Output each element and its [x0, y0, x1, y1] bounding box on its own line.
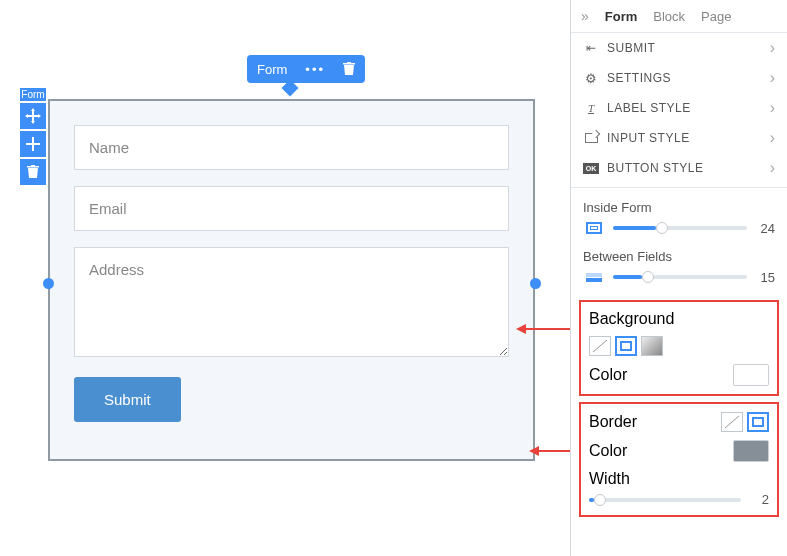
border-type-swatches	[721, 412, 769, 432]
resize-handle-right[interactable]	[530, 278, 541, 289]
tab-page[interactable]: Page	[701, 9, 731, 24]
chevron-right-icon: ›	[770, 129, 775, 147]
menu-submit[interactable]: SUBMIT ›	[571, 33, 787, 63]
callout-arrow-border	[529, 444, 576, 458]
chevron-right-icon: ›	[770, 39, 775, 57]
background-type-swatches	[589, 336, 663, 356]
bg-solid-swatch[interactable]	[615, 336, 637, 356]
border-width-slider[interactable]	[589, 498, 741, 502]
bg-gradient-swatch[interactable]	[641, 336, 663, 356]
between-fields-slider[interactable]	[613, 275, 747, 279]
bg-none-swatch[interactable]	[589, 336, 611, 356]
resize-handle-left[interactable]	[43, 278, 54, 289]
inside-form-slider[interactable]	[613, 226, 747, 230]
address-textarea[interactable]	[74, 247, 509, 357]
background-color-label: Color	[589, 366, 627, 384]
label-style-icon	[583, 102, 599, 114]
submit-icon	[583, 41, 599, 55]
separator	[571, 187, 787, 188]
border-width-label: Width	[589, 470, 630, 488]
name-input[interactable]	[74, 125, 509, 170]
chevron-right-icon: ›	[770, 99, 775, 117]
form-element[interactable]: Submit	[48, 99, 535, 461]
side-toolbar: Form	[20, 88, 46, 185]
add-icon[interactable]	[20, 131, 46, 157]
element-pill: Form •••	[247, 55, 365, 83]
pill-label: Form	[247, 62, 297, 77]
border-group: Border Color Width 2	[579, 402, 779, 517]
between-fields-value: 15	[755, 270, 775, 285]
border-solid-swatch[interactable]	[747, 412, 769, 432]
background-color-picker[interactable]	[733, 364, 769, 386]
between-fields-control: Between Fields 15	[571, 245, 787, 294]
inside-form-control: Inside Form 24	[571, 196, 787, 245]
border-none-swatch[interactable]	[721, 412, 743, 432]
panel-tabs: » Form Block Page	[571, 0, 787, 33]
inside-form-icon	[583, 219, 605, 237]
properties-panel: » Form Block Page SUBMIT › SETTINGS › LA…	[570, 0, 787, 556]
submit-button[interactable]: Submit	[74, 377, 181, 422]
tab-form[interactable]: Form	[605, 9, 638, 24]
menu-settings[interactable]: SETTINGS ›	[571, 63, 787, 93]
tab-block[interactable]: Block	[653, 9, 685, 24]
menu-button-style[interactable]: OK BUTTON STYLE ›	[571, 153, 787, 183]
input-style-icon	[583, 133, 599, 143]
background-title: Background	[589, 310, 674, 328]
chevron-right-icon: ›	[770, 69, 775, 87]
between-fields-label: Between Fields	[583, 249, 775, 264]
chevron-right-icon: ›	[770, 159, 775, 177]
gear-icon	[583, 71, 599, 86]
pill-delete-icon[interactable]	[333, 62, 365, 76]
border-color-label: Color	[589, 442, 627, 460]
editor-canvas: Form ••• Form Submit	[0, 0, 570, 556]
border-color-picker[interactable]	[733, 440, 769, 462]
inside-form-label: Inside Form	[583, 200, 775, 215]
move-icon[interactable]	[20, 103, 46, 129]
pill-more-icon[interactable]: •••	[297, 62, 333, 77]
email-input[interactable]	[74, 186, 509, 231]
svg-line-5	[725, 416, 739, 428]
delete-icon[interactable]	[20, 159, 46, 185]
background-group: Background Color	[579, 300, 779, 396]
between-fields-icon	[583, 268, 605, 286]
side-tab-label: Form	[20, 88, 46, 101]
svg-line-4	[593, 340, 607, 352]
inside-form-value: 24	[755, 221, 775, 236]
menu-label-style[interactable]: LABEL STYLE ›	[571, 93, 787, 123]
border-title: Border	[589, 413, 637, 431]
menu-input-style[interactable]: INPUT STYLE ›	[571, 123, 787, 153]
expand-icon[interactable]: »	[581, 8, 589, 24]
button-style-icon: OK	[583, 163, 599, 174]
border-width-value: 2	[749, 492, 769, 507]
